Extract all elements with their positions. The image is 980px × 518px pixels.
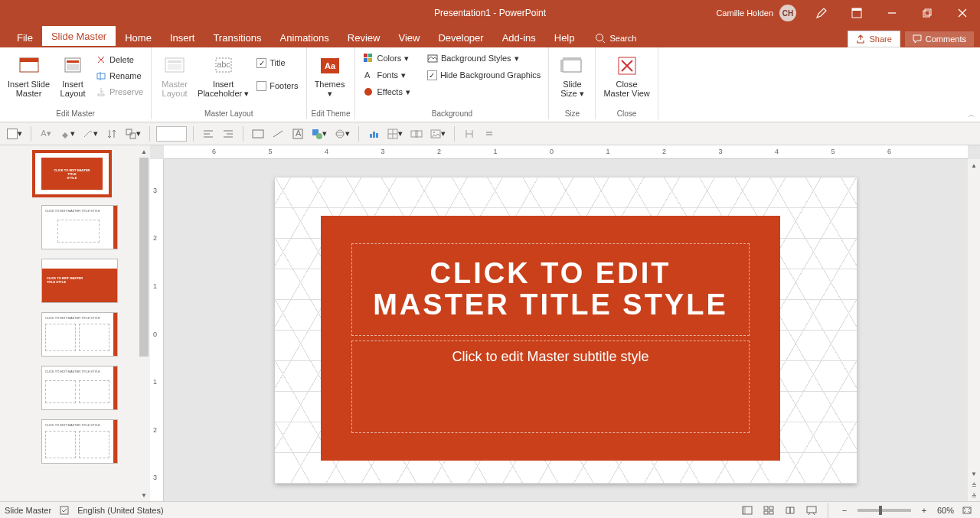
tab-file[interactable]: File bbox=[8, 28, 42, 47]
svg-rect-12 bbox=[67, 60, 79, 63]
reading-view-button[interactable] bbox=[782, 503, 799, 517]
colors-dropdown[interactable]: Colors▾ bbox=[360, 50, 413, 66]
tab-developer[interactable]: Developer bbox=[429, 28, 492, 47]
slide-size-button[interactable]: Slide Size ▾ bbox=[554, 50, 590, 99]
layout-thumb-4[interactable]: CLICK TO EDIT MASTER TITLE STYLE bbox=[41, 366, 118, 410]
picture-button[interactable]: ▾ bbox=[428, 125, 448, 142]
insert-layout-button[interactable]: Insert Layout bbox=[54, 50, 91, 99]
svg-point-30 bbox=[364, 88, 372, 96]
align-right-button[interactable] bbox=[220, 125, 237, 142]
master-layout-button[interactable]: Master Layout bbox=[156, 50, 193, 99]
account-label[interactable]: Camille Holden CH bbox=[716, 5, 796, 21]
slideshow-view-button[interactable] bbox=[803, 503, 820, 517]
canvas-scrollbar[interactable]: ▲ ▼ ≙ ≚ bbox=[968, 159, 980, 501]
spellcheck-icon[interactable] bbox=[59, 505, 70, 516]
zoom-slider[interactable] bbox=[858, 509, 911, 512]
insert-slide-master-button[interactable]: Insert Slide Master bbox=[5, 50, 53, 99]
close-master-view-button[interactable]: Close Master View bbox=[600, 50, 652, 99]
insert-3d-button[interactable]: ▾ bbox=[332, 125, 352, 142]
text-box-button[interactable]: A bbox=[289, 125, 306, 142]
align-left-button[interactable] bbox=[200, 125, 217, 142]
preserve-layout-button[interactable]: Preserve bbox=[93, 84, 146, 99]
scroll-up-button[interactable]: ▲ bbox=[138, 145, 150, 158]
sort-button[interactable] bbox=[103, 125, 120, 142]
shape-line-button[interactable] bbox=[270, 125, 286, 142]
master-subtitle-placeholder[interactable]: Click to edit Master subtitle style bbox=[351, 340, 750, 432]
tab-review[interactable]: Review bbox=[338, 28, 390, 47]
ribbon-display-icon[interactable] bbox=[839, 0, 874, 26]
shapes-gallery-button[interactable]: ▾ bbox=[309, 125, 329, 142]
tab-transitions[interactable]: Transitions bbox=[204, 28, 270, 47]
more-commands-button[interactable] bbox=[481, 125, 498, 142]
tell-me-search[interactable]: Search bbox=[584, 33, 648, 47]
svg-rect-25 bbox=[364, 54, 368, 57]
zoom-level[interactable]: 60% bbox=[937, 506, 954, 515]
scroll-thumb[interactable] bbox=[139, 158, 149, 357]
themes-button[interactable]: Aa Themes▾ bbox=[312, 50, 348, 99]
maximize-button[interactable] bbox=[910, 0, 945, 26]
svg-rect-3 bbox=[923, 11, 929, 17]
outline-color-button[interactable]: ▾ bbox=[80, 125, 100, 142]
tab-help[interactable]: Help bbox=[545, 28, 584, 47]
background-styles-dropdown[interactable]: Background Styles▾ bbox=[424, 50, 544, 66]
canvas-scroll-down[interactable]: ▼ bbox=[968, 468, 980, 480]
close-window-button[interactable] bbox=[945, 0, 980, 26]
tab-view[interactable]: View bbox=[389, 28, 429, 47]
slide-sorter-view-button[interactable] bbox=[760, 503, 777, 517]
chart-button[interactable] bbox=[365, 125, 382, 142]
normal-view-button[interactable] bbox=[739, 503, 756, 517]
minimize-button[interactable] bbox=[874, 0, 910, 26]
footers-checkbox[interactable]: Footers bbox=[253, 78, 301, 93]
close-master-icon bbox=[615, 54, 639, 78]
zoom-in-button[interactable]: + bbox=[916, 503, 933, 517]
collapse-ribbon-button[interactable]: ︿ bbox=[968, 109, 975, 120]
layout-thumb-3[interactable]: CLICK TO EDIT MASTER TITLE STYLE bbox=[41, 312, 118, 357]
align-objects-button[interactable]: ▾ bbox=[5, 125, 24, 142]
canvas-scroll-up[interactable]: ▲ bbox=[968, 159, 980, 171]
master-title-placeholder[interactable]: CLICK TO EDIT MASTER TITLE STYLE bbox=[351, 243, 750, 337]
user-name-text: Camille Holden bbox=[716, 8, 773, 18]
table-button[interactable]: ▾ bbox=[385, 125, 405, 142]
tab-home[interactable]: Home bbox=[116, 28, 161, 47]
svg-rect-72 bbox=[764, 507, 768, 510]
svg-point-63 bbox=[433, 132, 435, 133]
shape-rect-button[interactable] bbox=[250, 125, 266, 142]
thumbnail-scrollbar[interactable]: ▲ ▼ bbox=[138, 145, 150, 501]
layout-thumb-5[interactable]: CLICK TO EDIT MASTER TITLE STYLE bbox=[41, 419, 118, 464]
delete-layout-button[interactable]: Delete bbox=[93, 52, 146, 67]
font-family-selector[interactable] bbox=[156, 126, 187, 142]
tab-insert[interactable]: Insert bbox=[161, 28, 204, 47]
horizontal-ruler[interactable]: 6543210123456 bbox=[164, 145, 968, 159]
status-language[interactable]: English (United States) bbox=[77, 506, 164, 515]
insert-placeholder-button[interactable]: abc Insert Placeholder ▾ bbox=[194, 50, 252, 99]
effects-dropdown[interactable]: Effects▾ bbox=[360, 84, 413, 99]
layout-thumb-2[interactable]: CLICK TO EDIT MASTERTITLE STYLE bbox=[41, 259, 118, 303]
pen-mode-icon[interactable] bbox=[804, 0, 839, 26]
group-objects-button[interactable]: ▾ bbox=[123, 125, 143, 142]
slide-master-canvas[interactable]: CLICK TO EDIT MASTER TITLE STYLE Click t… bbox=[275, 178, 857, 484]
hide-bg-graphics-checkbox[interactable]: ✓Hide Background Graphics bbox=[424, 67, 544, 83]
share-button[interactable]: Share bbox=[848, 31, 900, 47]
svg-rect-61 bbox=[416, 131, 422, 137]
tab-addins[interactable]: Add-ins bbox=[493, 28, 545, 47]
merge-shapes-button[interactable] bbox=[408, 125, 425, 142]
comments-button[interactable]: Comments bbox=[905, 31, 974, 47]
title-checkbox[interactable]: ✓Title bbox=[253, 55, 301, 70]
prev-slide-button[interactable]: ≙ bbox=[968, 480, 980, 490]
fit-to-window-button[interactable] bbox=[959, 503, 975, 517]
share-icon bbox=[856, 34, 865, 44]
rename-layout-button[interactable]: Rename bbox=[93, 68, 146, 83]
layout-thumb-1[interactable]: CLICK TO EDIT MASTER TITLE STYLE bbox=[41, 205, 118, 249]
font-color-button[interactable]: A▾ bbox=[38, 125, 54, 142]
fonts-dropdown[interactable]: A Fonts▾ bbox=[360, 67, 413, 83]
svg-rect-1 bbox=[852, 8, 861, 11]
next-slide-button[interactable]: ≚ bbox=[968, 490, 980, 501]
scroll-down-button[interactable]: ▼ bbox=[138, 489, 150, 501]
tab-slide-master[interactable]: Slide Master bbox=[42, 26, 116, 47]
vertical-ruler[interactable]: 3210123 bbox=[150, 159, 164, 501]
zoom-out-button[interactable]: − bbox=[836, 503, 853, 517]
tab-animations[interactable]: Animations bbox=[271, 28, 338, 47]
fill-color-button[interactable]: ▾ bbox=[57, 125, 77, 142]
slide-master-thumb[interactable]: CLICK TO EDIT MASTER TITLESTYLE bbox=[34, 151, 110, 196]
selection-pane-button[interactable] bbox=[461, 125, 478, 142]
